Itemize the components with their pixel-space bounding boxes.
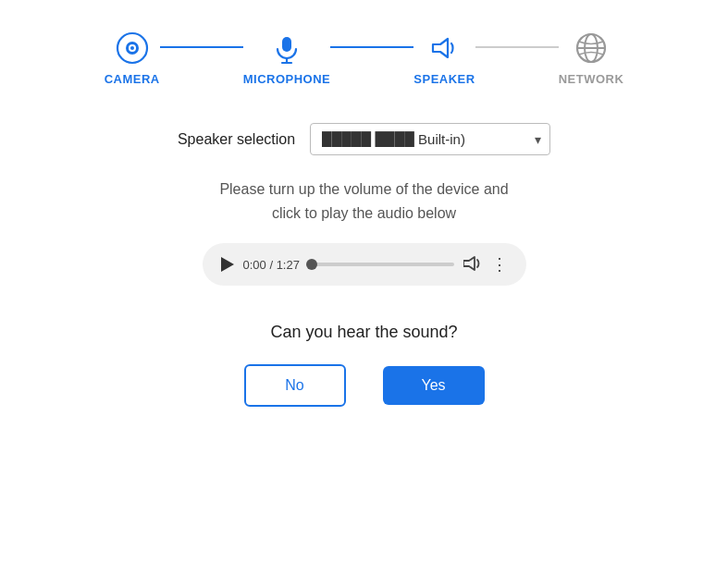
speaker-selection-label: Speaker selection [178,131,295,148]
yes-button[interactable]: Yes [383,366,485,405]
step-microphone[interactable]: MICROPHONE [243,28,331,86]
step-speaker[interactable]: SPEAKER [413,28,475,86]
microphone-icon [266,28,307,68]
camera-icon [112,28,153,68]
svg-rect-4 [282,37,291,52]
speaker-select-wrapper[interactable]: █████ ████ Built-in) ▾ [310,123,550,155]
instruction-text: Please turn up the volume of the device … [219,177,508,225]
network-icon [571,28,611,68]
connector-2 [330,46,413,48]
step-microphone-label: MICROPHONE [243,72,331,86]
audio-player: 0:00 / 1:27 ⋮ [203,243,526,286]
time-display: 0:00 / 1:27 [243,258,300,272]
progress-thumb[interactable] [306,259,317,270]
stepper: CAMERA MICROPHONE [0,28,728,86]
step-camera-label: CAMERA [105,72,160,86]
more-options-icon[interactable]: ⋮ [491,254,508,275]
question-text: Can you hear the sound? [270,323,457,342]
connector-3 [475,46,559,48]
speaker-select[interactable]: █████ ████ Built-in) [310,123,550,155]
svg-marker-12 [463,257,475,270]
svg-marker-11 [221,257,234,272]
progress-bar[interactable] [309,263,454,266]
volume-icon[interactable] [463,255,482,275]
instruction-line2: click to play the audio below [272,205,456,221]
play-button[interactable] [221,257,234,272]
svg-point-3 [130,46,134,50]
step-network-label: NETWORK [559,72,624,86]
svg-marker-7 [433,39,448,57]
page-container: CAMERA MICROPHONE [0,0,728,575]
buttons-row: No Yes [244,364,485,407]
step-network[interactable]: NETWORK [559,28,624,86]
no-button[interactable]: No [244,364,346,407]
speaker-icon [424,28,464,68]
connector-1 [160,46,243,48]
step-speaker-label: SPEAKER [413,72,475,86]
speaker-selection-row: Speaker selection █████ ████ Built-in) ▾ [178,123,550,155]
step-camera[interactable]: CAMERA [105,28,160,86]
instruction-line1: Please turn up the volume of the device … [219,181,508,197]
